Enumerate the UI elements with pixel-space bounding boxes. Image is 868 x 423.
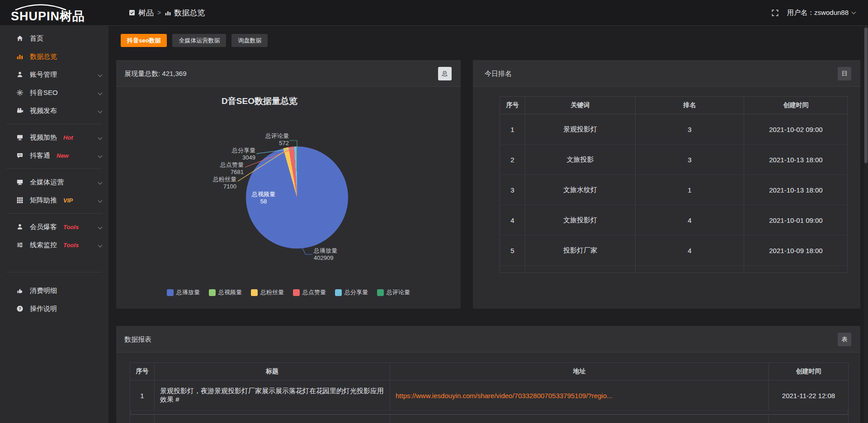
col-header-created: 创建时间 [744, 97, 848, 114]
sliders-icon [16, 241, 24, 249]
tab-media-operation-data[interactable]: 全媒体运营数据 [172, 34, 226, 47]
sidebar-item-matrix-boost[interactable]: 矩阵助推 VIP [0, 191, 108, 209]
col-header-title: 标题 [155, 363, 390, 381]
mode-table-button[interactable]: 表 [838, 333, 851, 346]
sidebar-item-help[interactable]: ? 操作说明 [0, 300, 108, 318]
chevron-down-icon [98, 73, 103, 77]
rank-table: 序号 关键词 排名 创建时间 1 景观投影灯 3 2021-10-02 09:0… [500, 96, 848, 273]
scrollbar-thumb[interactable] [864, 28, 868, 163]
mode-total-button[interactable]: 总 [438, 67, 452, 80]
breadcrumb-root[interactable]: 树品 [128, 8, 154, 18]
mode-day-button[interactable]: 日 [838, 67, 851, 80]
report-title-cell: 景观投影灯，夜游景观投影灯厂家展示展示落花灯在花园里的灯光投影应用效果 # [155, 381, 390, 411]
sidebar-item-video-heat[interactable]: 视频加热 Hot [0, 128, 108, 146]
top-bar: SHUPIN树品 树品 > 数据总览 用户名：zswodun88 [0, 0, 868, 26]
chevron-down-icon [98, 180, 103, 185]
topbar-right: 用户名：zswodun88 [771, 0, 855, 25]
card-header: 数据报表 表 [116, 326, 860, 352]
sidebar-divider [6, 213, 102, 214]
col-header-index: 序号 [500, 97, 525, 114]
sidebar-item-home[interactable]: 首页 [0, 29, 108, 47]
question-circle-icon: ? [16, 305, 24, 312]
col-header-url: 地址 [390, 363, 769, 381]
sidebar-item-data-overview[interactable]: 数据总览 [0, 47, 108, 66]
sidebar-item-douyin-seo[interactable]: 抖音SEO [0, 84, 108, 102]
bar-chart-icon [165, 9, 171, 16]
table-row-clipped [500, 266, 847, 273]
chevron-down-icon [98, 109, 103, 113]
pie-label-shares: 总分享量3049 [217, 147, 255, 161]
user-icon [16, 71, 24, 78]
chevron-down-icon [98, 225, 103, 230]
monitor-icon [16, 179, 24, 186]
grid-icon [16, 197, 24, 204]
rank-table-header: 序号 关键词 排名 创建时间 [500, 97, 847, 114]
pie-label-likes: 总点赞量7681 [205, 161, 244, 176]
badge-vip: VIP [63, 197, 73, 204]
table-row: 1 景观投影灯 3 2021-10-02 09:00 [500, 114, 847, 145]
chevron-down-icon [852, 10, 856, 14]
username-label: 用户名：zswodun88 [787, 9, 849, 17]
card-header: 展现量总数: 421,369 总 [116, 60, 461, 87]
sidebar-item-media-operation[interactable]: 全媒体运营 [0, 173, 108, 191]
pie-label-plays: 总播放量402909 [314, 247, 363, 262]
sidebar-item-consume-detail[interactable]: 消费明细 [0, 282, 108, 300]
legend-item-plays[interactable]: 总播放量 [167, 288, 200, 296]
report-card-title: 数据报表 [124, 335, 151, 344]
sidebar-item-clue-monitor[interactable]: 线索监控 Tools [0, 236, 108, 254]
badge-new: New [57, 152, 69, 159]
legend-item-videos[interactable]: 总视频量 [209, 288, 242, 296]
legend-item-comments[interactable]: 总评论量 [377, 288, 410, 296]
chevron-down-icon [98, 91, 103, 95]
badge-tools: Tools [63, 242, 79, 249]
breadcrumb-current-label: 数据总览 [174, 8, 205, 18]
breadcrumb-root-label: 树品 [138, 8, 154, 18]
svg-text:?: ? [19, 306, 21, 311]
col-header-rank: 排名 [636, 97, 744, 114]
sidebar-item-video-publish[interactable]: 视频发布 [0, 102, 108, 120]
fullscreen-icon[interactable] [771, 9, 779, 17]
legend-item-likes[interactable]: 总点赞量 [293, 288, 326, 296]
home-icon [16, 35, 24, 42]
overview-chart-card: 展现量总数: 421,369 总 D音SEO数据量总览 总评论量572 总分享量… [116, 60, 461, 309]
col-header-keyword: 关键词 [525, 97, 636, 114]
col-header-index: 序号 [130, 363, 155, 381]
rank-card-title: 今日排名 [485, 70, 512, 78]
report-table-header: 序号 标题 地址 创建时间 [130, 363, 848, 381]
pie-legend: 总播放量 总视频量 总粉丝量 总点赞量 总分享量 总评论量 [116, 288, 461, 296]
breadcrumb-current[interactable]: 数据总览 [165, 8, 205, 18]
legend-item-fans[interactable]: 总粉丝量 [251, 288, 284, 296]
legend-item-shares[interactable]: 总分享量 [335, 288, 368, 296]
sidebar-divider [6, 272, 102, 273]
col-header-created: 创建时间 [769, 363, 848, 381]
gear-icon [16, 89, 24, 96]
sidebar-item-member-tools[interactable]: 会员爆客 Tools [0, 218, 108, 236]
tab-douyin-seo-data[interactable]: 抖音seo数据 [121, 34, 167, 47]
sidebar-item-douketong[interactable]: 抖客通 New [0, 146, 108, 164]
tab-inquiry-data[interactable]: 询盘数据 [231, 34, 268, 47]
badge-hot: Hot [63, 134, 73, 141]
user-menu[interactable]: 用户名：zswodun88 [787, 9, 855, 17]
logo[interactable]: SHUPIN树品 [11, 5, 110, 23]
table-row: 1 景观投影灯，夜游景观投影灯厂家展示展示落花灯在花园里的灯光投影应用效果 # … [130, 381, 848, 411]
table-row: 4 文旅投影灯 4 2021-10-01 09:00 [500, 205, 847, 235]
table-row: 5 投影灯厂家 4 2021-10-09 18:00 [500, 235, 847, 266]
sidebar-item-account[interactable]: 账号管理 [0, 66, 108, 84]
logo-text: SHUPIN树品 [11, 8, 85, 24]
impressions-total-label: 展现量总数: 421,369 [124, 70, 187, 78]
bar-chart-icon [16, 53, 24, 60]
screen-icon [16, 134, 24, 141]
badge-tools: Tools [63, 224, 79, 230]
app-window: SHUPIN树品 树品 > 数据总览 用户名：zswodun88 [0, 0, 868, 423]
table-row-clipped [130, 414, 848, 423]
video-link[interactable]: https://www.iesdouyin.com/share/video/70… [396, 392, 613, 400]
table-row: 2 文旅投影 3 2021-10-13 18:00 [500, 145, 847, 175]
sidebar-divider [6, 169, 102, 169]
data-type-tabs: 抖音seo数据 全媒体运营数据 询盘数据 [121, 34, 268, 47]
video-camera-icon [16, 107, 24, 114]
window-scrollbar[interactable] [864, 26, 868, 423]
table-scroll-gap [130, 411, 848, 414]
chevron-down-icon [98, 243, 103, 248]
report-table: 序号 标题 地址 创建时间 1 景观投影灯，夜游景观投影灯厂家展示展示落花灯在花… [130, 362, 849, 423]
pie-label-fans: 总粉丝量7100 [199, 176, 236, 190]
